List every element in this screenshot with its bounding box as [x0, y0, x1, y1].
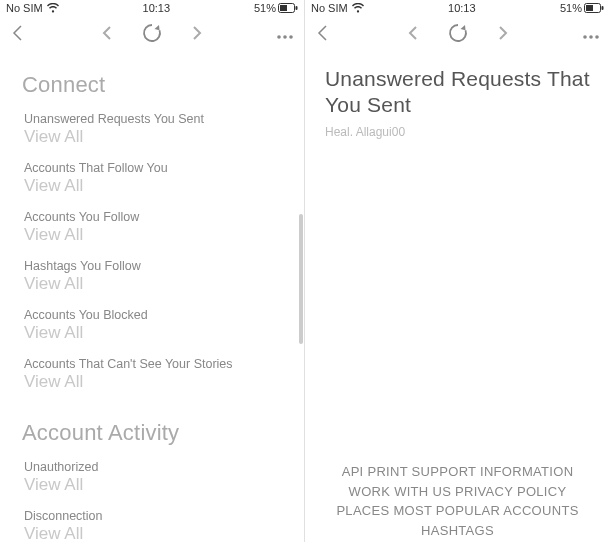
item-title: Hashtags You Follow — [24, 259, 284, 273]
svg-point-4 — [283, 35, 287, 39]
item-title: Unauthorized — [24, 460, 284, 474]
battery-percent: 51% — [254, 2, 276, 14]
right-content: Unanswered Requests That You Sent Heal. … — [305, 54, 610, 542]
title-line2: You Sent — [325, 93, 411, 116]
time-text: 10:13 — [143, 2, 171, 14]
footer-line[interactable]: API PRINT SUPPORT INFORMATION — [309, 462, 606, 482]
activity-heading: Account Activity — [22, 420, 284, 446]
page-back-icon[interactable] — [10, 24, 24, 46]
connect-heading: Connect — [22, 72, 284, 98]
svg-point-3 — [277, 35, 281, 39]
wifi-icon — [47, 3, 59, 13]
list-item: Accounts You Blocked View All — [20, 308, 284, 343]
list-item: Unauthorized View All — [20, 460, 284, 495]
list-item: Disconnection View All — [20, 509, 284, 542]
item-title: Accounts You Blocked — [24, 308, 284, 322]
more-icon[interactable] — [276, 26, 294, 44]
footer-line[interactable]: PLACES MOST POPULAR ACCOUNTS HASHTAGS — [309, 501, 606, 540]
view-all-link[interactable]: View All — [24, 524, 284, 542]
carrier-text: No SIM — [311, 2, 348, 14]
left-content: Connect Unanswered Requests You Sent Vie… — [0, 54, 304, 542]
battery-icon — [278, 3, 298, 13]
item-title: Accounts You Follow — [24, 210, 284, 224]
item-title: Disconnection — [24, 509, 284, 523]
svg-point-11 — [595, 35, 599, 39]
item-title: Unanswered Requests You Sent — [24, 112, 284, 126]
view-all-link[interactable]: View All — [24, 372, 284, 392]
svg-rect-7 — [602, 6, 604, 10]
left-pane: No SIM 10:13 51% — [0, 0, 305, 542]
status-bar: No SIM 10:13 51% — [0, 0, 304, 16]
view-all-link[interactable]: View All — [24, 475, 284, 495]
scrollbar[interactable] — [299, 214, 303, 344]
reload-icon[interactable] — [447, 22, 469, 48]
title-line1: Unanswered Requests That — [325, 67, 590, 90]
list-item: Unanswered Requests You Sent View All — [20, 112, 284, 147]
reload-icon[interactable] — [141, 22, 163, 48]
svg-rect-2 — [280, 5, 287, 11]
status-bar: No SIM 10:13 51% — [305, 0, 610, 16]
view-all-link[interactable]: View All — [24, 274, 284, 294]
time-text: 10:13 — [448, 2, 476, 14]
nav-forward-icon[interactable] — [497, 25, 509, 45]
nav-back-icon[interactable] — [407, 25, 419, 45]
view-all-link[interactable]: View All — [24, 323, 284, 343]
item-title: Accounts That Follow You — [24, 161, 284, 175]
right-pane: No SIM 10:13 51% — [305, 0, 610, 542]
page-back-icon[interactable] — [315, 24, 329, 46]
view-all-link[interactable]: View All — [24, 176, 284, 196]
list-item: Accounts That Can't See Your Stories Vie… — [20, 357, 284, 392]
carrier-text: No SIM — [6, 2, 43, 14]
subtitle: Heal. Allagui00 — [325, 125, 598, 139]
footer-links: API PRINT SUPPORT INFORMATION WORK WITH … — [305, 456, 610, 542]
list-item: Accounts That Follow You View All — [20, 161, 284, 196]
more-icon[interactable] — [582, 26, 600, 44]
list-item: Hashtags You Follow View All — [20, 259, 284, 294]
svg-rect-8 — [586, 5, 593, 11]
svg-point-5 — [289, 35, 293, 39]
view-all-link[interactable]: View All — [24, 127, 284, 147]
svg-point-10 — [589, 35, 593, 39]
wifi-icon — [352, 3, 364, 13]
battery-icon — [584, 3, 604, 13]
page-title: Unanswered Requests That You Sent — [325, 66, 590, 119]
nav-back-icon[interactable] — [101, 25, 113, 45]
svg-rect-1 — [296, 6, 298, 10]
nav-bar — [0, 16, 304, 54]
footer-line[interactable]: WORK WITH US PRIVACY POLICY — [309, 482, 606, 502]
list-item: Accounts You Follow View All — [20, 210, 284, 245]
item-title: Accounts That Can't See Your Stories — [24, 357, 284, 371]
svg-point-9 — [583, 35, 587, 39]
nav-forward-icon[interactable] — [191, 25, 203, 45]
nav-bar — [305, 16, 610, 54]
battery-percent: 51% — [560, 2, 582, 14]
view-all-link[interactable]: View All — [24, 225, 284, 245]
